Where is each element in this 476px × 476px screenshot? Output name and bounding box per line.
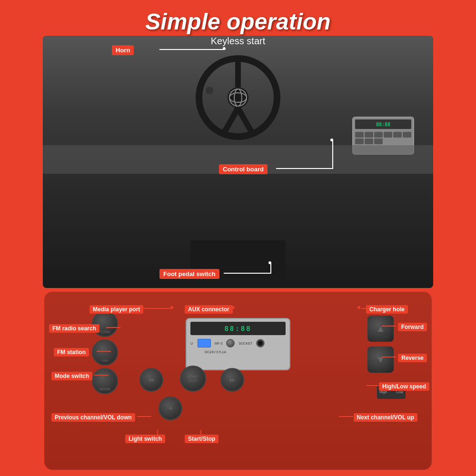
car-image-area: 88:88 Horn Control board Foo <box>43 36 433 288</box>
control-board-buttons <box>353 131 413 145</box>
car-background: 88:88 Horn Control board Foo <box>43 36 433 288</box>
svg-point-8 <box>206 87 213 94</box>
aux-connector-label: AUX connector <box>185 305 233 314</box>
forward-button[interactable]: ▲ <box>367 316 394 342</box>
reverse-button[interactable]: ▼ <box>367 347 394 373</box>
steering-wheel <box>195 55 281 140</box>
control-board-display: 88:88 <box>355 119 411 129</box>
center-board-display: 88:88 <box>190 322 286 335</box>
control-panel: 88:88 U MF-3 SOCKET DC24V 0.5-1A TUNE <box>43 290 433 471</box>
svg-line-6 <box>224 108 238 133</box>
subtitle: Keyless start <box>0 36 476 47</box>
svg-point-1 <box>228 87 248 108</box>
charger-hole-label: Charger hole <box>366 305 408 314</box>
next-channel-label: Next channel/VOL up <box>354 413 417 422</box>
aux-knob <box>226 339 235 347</box>
prev-button[interactable]: ⏮ <box>139 368 163 392</box>
fm-station-label: FM station <box>54 348 89 357</box>
svg-line-7 <box>238 108 252 133</box>
fm-radio-label: FM radio search <box>49 324 99 333</box>
main-container: Simple operation Keyless start <box>0 0 476 476</box>
socket-port <box>256 339 265 347</box>
high-low-label: High/Low speed <box>379 382 429 391</box>
panel-inner: 88:88 U MF-3 SOCKET DC24V 0.5-1A TUNE <box>44 292 432 470</box>
prev-channel-label: Previous channel/VOL down <box>51 413 135 422</box>
mode-button[interactable]: MODE <box>92 368 118 394</box>
fm-button[interactable]: FM <box>92 339 118 366</box>
start-stop-button[interactable]: STARTSTOP <box>180 366 206 392</box>
light-switch-button[interactable]: ☀ <box>159 397 182 420</box>
reverse-label: Reverse <box>398 354 427 362</box>
control-board-label: Control board <box>219 164 268 174</box>
next-button[interactable]: ⏭ <box>220 368 244 392</box>
start-stop-label: Start/Stop <box>185 435 218 443</box>
center-labels: DC24V 0.5-1A <box>187 349 289 355</box>
title-area: Simple operation Keyless start <box>0 9 476 47</box>
center-ports: U MF-3 SOCKET <box>187 337 289 349</box>
mode-switch-label: Mode switch <box>51 372 92 380</box>
usb-port <box>198 339 211 347</box>
main-title: Simple operation <box>0 9 476 35</box>
forward-label: Forward <box>398 323 427 331</box>
foot-pedal-label: Foot pedal switch <box>159 269 219 279</box>
media-player-label: Media player port <box>89 305 143 314</box>
horn-label: Horn <box>112 45 134 55</box>
light-switch-label: Light switch <box>125 435 165 443</box>
center-board: 88:88 U MF-3 SOCKET DC24V 0.5-1A <box>186 318 290 370</box>
